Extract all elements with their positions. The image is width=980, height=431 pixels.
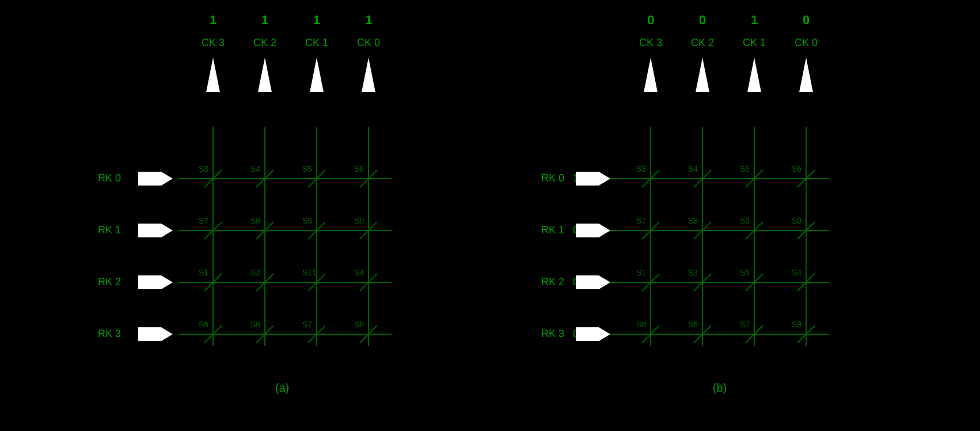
dia-b-row-label-3: RK 3 [541, 328, 564, 339]
dia-b-col-arrow-1 [696, 58, 709, 92]
switch-a-30: S6 [199, 320, 208, 329]
dia-a-col-val-1: 1 [261, 13, 268, 27]
switch-a-00: S3 [199, 164, 208, 173]
dia-a-col-val-0: 1 [210, 13, 216, 27]
dia-b-col-arrow-3 [799, 58, 813, 92]
switch-b-03: S6 [792, 164, 802, 173]
dia-a-row-label-0: RK 0 [98, 172, 121, 184]
dia-b-col-val-1: 0 [699, 13, 706, 27]
dia-b-row-label-1: RK 1 [541, 224, 564, 236]
dia-b-row-arrow-0 [576, 172, 610, 186]
main-container: 1 1 1 1 CK 3 CK 2 CK 1 CK 0 RK 0 RK 1 RK… [0, 0, 980, 431]
dia-a-row-arrow-2 [138, 275, 173, 289]
dia-a-row-arrow-3 [138, 327, 173, 341]
dia-b-col-arrow-0 [644, 58, 658, 92]
dia-b-row-arrow-3 [576, 327, 610, 341]
dia-b-row-arrow-1 [576, 224, 610, 237]
switch-a-01: S4 [250, 164, 260, 173]
switch-b-32: S7 [740, 320, 750, 329]
dia-a-col-arrow-3 [362, 58, 375, 92]
dia-b-col-label-0: CK 3 [639, 37, 662, 48]
switch-a-02: S5 [302, 164, 312, 173]
dia-a-row-label-3: RK 3 [98, 328, 121, 339]
dia-a-col-val-2: 1 [313, 13, 320, 27]
dia-b-col-val-2: 1 [751, 13, 758, 27]
switch-b-13: S0 [792, 216, 802, 225]
dia-b-row-label-0: RK 0 [541, 172, 564, 184]
dia-a-col-label-0: CK 3 [202, 37, 225, 48]
switch-a-13: S0 [354, 216, 364, 225]
dia-b-col-label-3: CK 0 [795, 37, 818, 48]
switch-b-22: S5 [740, 268, 750, 277]
switch-b-01: S4 [688, 164, 698, 173]
switch-a-33: S8 [354, 320, 364, 329]
switch-b-02: S5 [740, 164, 750, 173]
switch-b-23: S4 [792, 268, 802, 277]
dia-a-row-arrow-0 [138, 172, 173, 186]
dia-a-col-arrow-2 [310, 58, 324, 92]
dia-b-col-val-3: 0 [803, 13, 810, 27]
switch-a-22: S11 [302, 268, 317, 277]
switch-a-32: S7 [302, 320, 312, 329]
dia-a-row-label-1: RK 1 [98, 224, 121, 236]
switch-b-10: S7 [636, 216, 646, 225]
dia-a-row-arrow-1 [138, 224, 173, 237]
dia-b-col-val-0: 0 [647, 13, 654, 27]
switch-b-12: S9 [740, 216, 750, 225]
switch-b-20: S1 [636, 268, 646, 277]
switch-b-30: S6 [636, 320, 646, 329]
dia-b-label: (b) [713, 381, 727, 394]
switch-b-11: S8 [688, 216, 698, 225]
switch-a-11: S8 [250, 216, 260, 225]
switch-a-03: S6 [354, 164, 364, 173]
dia-a-col-val-3: 1 [365, 13, 372, 27]
switch-b-31: S6 [688, 320, 698, 329]
switch-a-31: S6 [250, 320, 260, 329]
dia-b-row-arrow-2 [576, 275, 610, 289]
switch-b-33: S9 [792, 320, 802, 329]
switch-b-00: S3 [636, 164, 646, 173]
switch-a-23: S4 [354, 268, 364, 277]
dia-a-label: (a) [275, 381, 289, 394]
dia-b-col-label-2: CK 1 [743, 37, 766, 48]
dia-a-row-label-2: RK 2 [98, 276, 121, 288]
switch-a-20: S1 [199, 268, 208, 277]
dia-b-row-label-2: RK 2 [541, 276, 564, 288]
dia-a-col-arrow-1 [258, 58, 272, 92]
switch-a-10: S7 [199, 216, 208, 225]
switch-b-21: S3 [688, 268, 698, 277]
dia-a-col-arrow-0 [206, 58, 220, 92]
dia-b-col-arrow-2 [747, 58, 761, 92]
switch-a-21: S2 [250, 268, 260, 277]
dia-b-col-label-1: CK 2 [691, 37, 714, 48]
dia-a-col-label-2: CK 1 [305, 37, 328, 48]
dia-a-col-label-3: CK 0 [357, 37, 380, 48]
dia-a-col-label-1: CK 2 [253, 37, 276, 48]
switch-a-12: S9 [302, 216, 312, 225]
